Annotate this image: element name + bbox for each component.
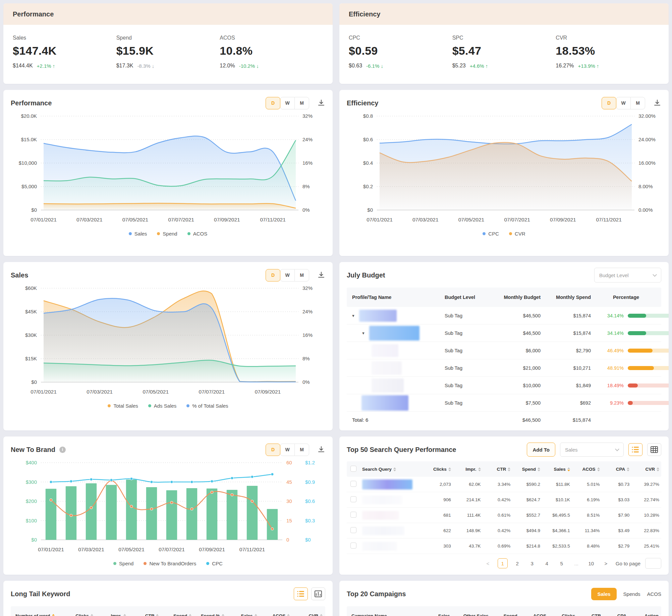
column-header[interactable]: Monthly Budget [488,295,541,300]
column-header[interactable]: Clicks [63,613,96,616]
period-toggle-d[interactable]: D [266,444,280,456]
page-button-4[interactable]: 4 [542,558,552,568]
sort-icon[interactable] [538,467,540,471]
sort-icon[interactable] [320,614,323,616]
sort-icon[interactable] [597,467,600,471]
tab-spends[interactable]: Spends [623,591,640,597]
period-toggle-w[interactable]: W [280,444,295,456]
legend-item-spend[interactable]: Spend [157,231,177,237]
legend-item-new-to-brandorders[interactable]: New To BrandOrders [144,561,196,566]
checkbox[interactable] [350,496,356,502]
page-button-1[interactable]: 1 [498,558,508,568]
column-header[interactable]: CVR [292,613,325,616]
period-toggle-m[interactable]: M [294,97,309,109]
checkbox[interactable] [350,543,356,549]
column-header[interactable]: Percentage [591,295,661,300]
expand-arrow-icon[interactable]: ▼ [361,331,365,335]
column-header[interactable]: Profile/Tag Name [347,295,445,300]
column-header-impr-[interactable]: Impr. [453,467,483,472]
column-header[interactable]: Spend [161,613,194,616]
sort-icon[interactable] [91,614,93,616]
legend-item-acos[interactable]: ACOS [187,231,208,237]
page-button-2[interactable]: 2 [512,558,522,568]
sort-icon[interactable] [567,467,570,471]
column-header-search-query[interactable]: Search Query [362,467,423,472]
svg-text:$60K: $60K [25,285,37,291]
add-to-button[interactable]: Add To [527,443,555,457]
sort-icon[interactable] [657,467,659,471]
checkbox[interactable] [350,466,356,472]
sort-icon[interactable] [222,614,224,616]
column-header[interactable]: Number of word [11,613,63,616]
checkbox[interactable] [350,481,356,487]
column-header-acos[interactable]: ACOS [572,467,602,472]
column-header[interactable]: Monthly Spend [541,295,591,300]
sort-icon[interactable] [448,467,451,471]
grid-view-button[interactable] [647,443,661,456]
column-header[interactable]: Sales [227,613,260,616]
goto-page-input[interactable] [645,558,661,569]
list-view-button[interactable] [628,443,642,456]
column-header-cvr[interactable]: CVR [631,467,661,472]
row-checkbox-cell [347,496,362,503]
legend-item-ads-sales[interactable]: Ads Sales [148,403,177,409]
column-header[interactable]: CTR [129,613,162,616]
sort-icon[interactable] [255,614,257,616]
sort-icon[interactable] [123,614,126,616]
sort-icon[interactable] [627,467,629,471]
checkbox[interactable] [350,527,356,533]
list-view-button[interactable] [294,587,308,600]
sort-icon[interactable] [189,614,191,616]
legend-item-sales[interactable]: Sales [129,231,147,237]
column-header-cpa[interactable]: CPA [602,467,632,472]
period-toggle-d[interactable]: D [266,269,280,281]
column-header[interactable]: Budget Level [445,295,488,300]
column-header-clicks[interactable]: Clicks [423,467,453,472]
period-toggle-d[interactable]: D [602,97,616,109]
column-header[interactable]: Impr. [96,613,129,616]
download-button[interactable] [317,99,325,107]
chart-view-button[interactable] [311,587,325,600]
sort-icon[interactable] [508,467,510,471]
column-header-spend[interactable]: Spend [512,467,542,472]
period-toggle-m[interactable]: M [294,269,309,281]
metric-delta: +2.1% ↑ [37,63,55,69]
page-button-3[interactable]: 3 [527,558,537,568]
legend-item-cvr[interactable]: CVR [509,231,525,237]
prev-page-button[interactable]: < [483,558,493,568]
legend-item-total-sales[interactable]: Total Sales [108,403,138,409]
tab-acos[interactable]: ACOS [647,591,661,597]
next-page-button[interactable]: > [601,558,611,568]
sort-icon[interactable] [478,467,481,471]
column-header-sales[interactable]: Sales [542,467,572,472]
checkbox[interactable] [350,512,356,518]
progress-bar [628,349,669,353]
sort-icon[interactable] [393,467,396,471]
metric-dropdown[interactable]: Sales [560,443,624,457]
svg-text:$30K: $30K [25,332,37,338]
period-toggle-d[interactable]: D [266,97,280,109]
sort-icon[interactable] [156,614,159,616]
period-toggle-w[interactable]: W [280,269,295,281]
tab-sales[interactable]: Sales [591,588,616,600]
column-header-ctr[interactable]: CTR [483,467,513,472]
sort-icon[interactable] [287,614,290,616]
period-toggle-m[interactable]: M [630,97,645,109]
download-button[interactable] [317,271,325,279]
page-button-5[interactable]: 5 [557,558,567,568]
sort-icon[interactable] [52,614,55,616]
expand-arrow-icon[interactable]: ▼ [351,314,355,318]
download-button[interactable] [317,446,325,454]
legend-item--of-total-sales[interactable]: % of Total Sales [186,403,228,409]
budget-level-dropdown[interactable]: Budget Level [594,268,661,283]
legend-item-spend[interactable]: Spend [113,561,133,566]
period-toggle-m[interactable]: M [294,444,309,456]
period-toggle-w[interactable]: W [616,97,631,109]
page-button-10[interactable]: 10 [586,558,596,568]
column-header[interactable]: ACOS [260,613,293,616]
download-button[interactable] [653,99,661,107]
legend-item-cpc[interactable]: CPC [206,561,223,566]
period-toggle-w[interactable]: W [280,97,295,109]
legend-item-cpc[interactable]: CPC [483,231,499,237]
column-header[interactable]: Spend % [194,613,227,616]
